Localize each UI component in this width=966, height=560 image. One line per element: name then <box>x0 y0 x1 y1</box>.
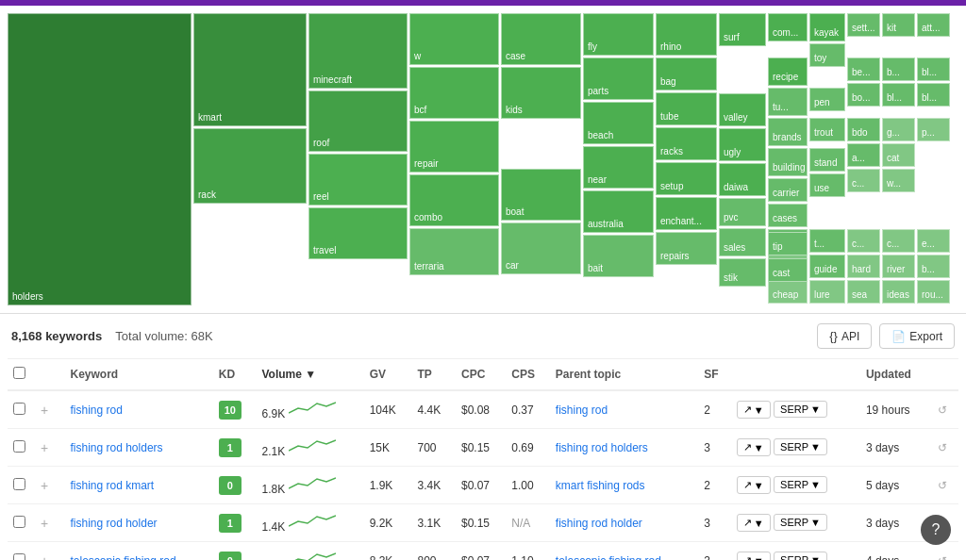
treemap-cell-carrier[interactable]: carrier <box>768 178 808 202</box>
row-refresh[interactable]: ↺ <box>932 467 958 504</box>
treemap-cell-repair[interactable]: repair <box>409 121 499 173</box>
row-checkbox[interactable] <box>13 516 25 528</box>
row-plus-cell[interactable]: + <box>31 467 65 504</box>
keyword-link[interactable]: fishing rod holder <box>71 517 158 530</box>
treemap-cell-cases[interactable]: cases <box>768 204 808 227</box>
treemap-cell-reel[interactable]: reel <box>308 154 408 206</box>
refresh-icon[interactable]: ↺ <box>938 554 947 561</box>
serp-button[interactable]: SERP ▼ <box>774 552 827 560</box>
treemap-cell-kmart[interactable]: kmart <box>193 13 307 126</box>
expand-plus-icon[interactable]: + <box>37 553 52 561</box>
treemap-cell-car[interactable]: car <box>501 222 581 274</box>
row-plus-cell[interactable]: + <box>31 504 65 542</box>
treemap-cell-rhino[interactable]: rhino <box>656 13 717 56</box>
col-volume[interactable]: Volume ▼ <box>257 359 364 390</box>
api-button[interactable]: {} API <box>817 323 872 349</box>
refresh-icon[interactable]: ↺ <box>938 404 947 417</box>
expand-plus-icon[interactable]: + <box>37 516 52 531</box>
treemap-cell-beach[interactable]: beach <box>583 102 654 144</box>
treemap-cell-att[interactable]: att... <box>917 13 950 37</box>
treemap-cell-near[interactable]: near <box>583 146 654 189</box>
treemap-cell-daiwa[interactable]: daiwa <box>719 163 766 196</box>
row-keyword[interactable]: fishing rod holders <box>65 429 213 467</box>
treemap-cell-trout[interactable]: trout <box>809 118 845 141</box>
treemap-cell-c[interactable]: c... <box>847 169 880 192</box>
treemap-cell-travel[interactable]: travel <box>308 207 408 259</box>
select-all-checkbox[interactable] <box>13 367 25 379</box>
row-checkbox-cell[interactable] <box>8 390 31 429</box>
treemap-cell-toy[interactable]: toy <box>809 43 845 67</box>
treemap-cell-bl2[interactable]: bl... <box>917 58 950 81</box>
expand-plus-icon[interactable]: + <box>37 403 52 418</box>
row-checkbox[interactable] <box>13 553 25 561</box>
row-plus-cell[interactable]: + <box>31 542 65 561</box>
parent-topic-link[interactable]: telescopic fishing rod <box>556 554 661 561</box>
row-parent-topic[interactable]: kmart fishing rods <box>550 467 698 504</box>
row-plus-cell[interactable]: + <box>31 429 65 467</box>
treemap-cell-roof[interactable]: roof <box>308 91 408 152</box>
treemap-cell-be[interactable]: be... <box>847 58 880 81</box>
row-refresh[interactable]: ↺ <box>932 390 958 429</box>
treemap-cell-bcf[interactable]: bcf <box>409 67 499 119</box>
treemap-cell-guide[interactable]: guide <box>809 255 845 278</box>
treemap-cell-combo[interactable]: combo <box>409 174 499 226</box>
treemap-cell-hard[interactable]: hard <box>847 255 880 278</box>
treemap-cell-bait[interactable]: bait <box>583 235 654 277</box>
treemap-cell-kit[interactable]: kit <box>882 13 915 37</box>
treemap-cell-p[interactable]: p... <box>917 118 950 141</box>
treemap-cell-holders[interactable]: holders <box>8 13 192 305</box>
treemap-cell-pvc[interactable]: pvc <box>719 198 766 226</box>
row-keyword[interactable]: fishing rod holder <box>65 504 213 542</box>
treemap-cell-com[interactable]: com... <box>768 13 808 41</box>
treemap-cell-rack[interactable]: rack <box>193 128 307 204</box>
serp-button[interactable]: SERP ▼ <box>774 476 827 493</box>
parent-topic-link[interactable]: kmart fishing rods <box>556 479 645 492</box>
row-rank-btn-cell[interactable]: ↗ ▼ SERP ▼ <box>731 467 860 504</box>
treemap-cell-a[interactable]: a... <box>847 143 880 167</box>
treemap-cell-cat[interactable]: cat <box>882 143 915 167</box>
treemap-cell-t[interactable]: t... <box>809 229 845 253</box>
parent-topic-link[interactable]: fishing rod <box>556 404 608 417</box>
treemap-cell-bo[interactable]: bo... <box>847 83 880 107</box>
row-parent-topic[interactable]: fishing rod <box>550 390 698 429</box>
treemap-cell-w2[interactable]: w... <box>882 169 915 192</box>
treemap-cell-enchant[interactable]: enchant... <box>656 197 717 230</box>
treemap-cell-pen[interactable]: pen <box>809 88 845 111</box>
treemap-cell-sea[interactable]: sea <box>847 280 880 304</box>
row-rank-btn-cell[interactable]: ↗ ▼ SERP ▼ <box>731 429 860 467</box>
treemap-cell-terraria[interactable]: terraria <box>409 228 499 275</box>
help-button[interactable]: ? <box>921 515 951 545</box>
row-checkbox-cell[interactable] <box>8 429 31 467</box>
treemap-cell-tu[interactable]: tu... <box>768 88 808 116</box>
treemap-cell-sett[interactable]: sett... <box>847 13 880 37</box>
serp-button[interactable]: SERP ▼ <box>774 438 827 455</box>
treemap-cell-rou[interactable]: rou... <box>917 280 950 304</box>
treemap-cell-river[interactable]: river <box>882 255 915 278</box>
treemap-cell-recipe[interactable]: recipe <box>768 58 808 86</box>
refresh-icon[interactable]: ↺ <box>938 441 947 454</box>
treemap-cell-racks[interactable]: racks <box>656 127 717 160</box>
row-keyword[interactable]: fishing rod <box>65 390 213 429</box>
treemap-cell-b2[interactable]: b... <box>917 255 950 278</box>
treemap-cell-case[interactable]: case <box>501 13 581 65</box>
treemap-cell-bdo[interactable]: bdo <box>847 118 880 141</box>
treemap-cell-lure[interactable]: lure <box>809 280 845 304</box>
treemap-cell-cheap[interactable]: cheap <box>768 280 808 304</box>
row-parent-topic[interactable]: fishing rod holder <box>550 504 698 542</box>
treemap-cell-stand[interactable]: stand <box>809 148 845 172</box>
treemap-cell-tube[interactable]: tube <box>656 92 717 125</box>
treemap-cell-minecraft[interactable]: minecraft <box>308 13 408 89</box>
row-checkbox[interactable] <box>13 478 25 490</box>
treemap-cell-brands[interactable]: brands <box>768 118 808 146</box>
parent-topic-link[interactable]: fishing rod holder <box>556 517 642 530</box>
expand-plus-icon[interactable]: + <box>37 478 52 493</box>
keyword-link[interactable]: fishing rod holders <box>71 441 163 454</box>
rank-button[interactable]: ↗ ▼ <box>737 401 771 419</box>
treemap-cell-building[interactable]: building <box>768 148 808 176</box>
keyword-link[interactable]: fishing rod <box>71 404 123 417</box>
treemap-cell-boat[interactable]: boat <box>501 169 581 221</box>
treemap-cell-cast[interactable]: cast <box>768 258 808 282</box>
treemap-cell-e[interactable]: e... <box>917 229 950 253</box>
treemap-cell-c2[interactable]: c... <box>847 229 880 253</box>
treemap-cell-setup[interactable]: setup <box>656 162 717 195</box>
